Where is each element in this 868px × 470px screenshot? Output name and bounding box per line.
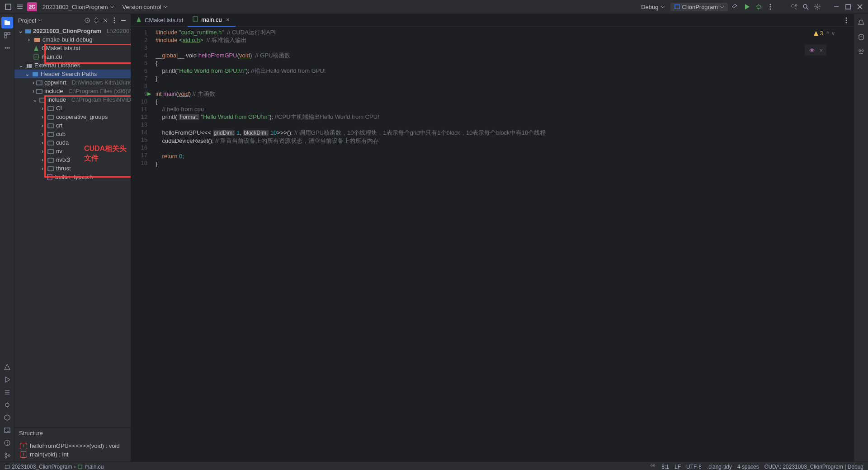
svg-point-15 (6, 47, 8, 49)
tree-root-label: 20231003_ClionProgram (33, 28, 101, 34)
code-with-me-icon[interactable] (789, 2, 798, 11)
panel-more-icon[interactable] (111, 17, 118, 24)
panel-title: Project (18, 17, 36, 24)
project-selector[interactable]: 20231003_ClionProgram (40, 4, 117, 10)
tree-cmakelists[interactable]: CMakeLists.txt (14, 44, 131, 52)
toolwin-problems-icon[interactable] (1, 437, 13, 449)
panel-title-dropdown[interactable]: Project (18, 17, 42, 24)
statusbar: 20231003_ClionProgram›main.cu 8:1 LF UTF… (0, 461, 868, 470)
toolwin-project-icon[interactable] (1, 17, 13, 28)
svg-rect-29 (34, 38, 40, 42)
debug-icon[interactable] (754, 2, 763, 11)
inlay-widget[interactable]: × (805, 45, 826, 56)
structure-item[interactable]: fmain(void) : int (14, 450, 131, 459)
right-toolbar (854, 14, 868, 461)
build-icon[interactable] (731, 2, 740, 11)
tree-include2[interactable]: ⌄include C:\Program Files\NVIDIA GPU (14, 95, 131, 104)
structure-header[interactable]: Structure (14, 427, 131, 439)
locate-icon[interactable] (84, 17, 91, 24)
toolwin-more-icon[interactable] (1, 42, 13, 54)
toolwin-debug-icon[interactable] (1, 399, 13, 411)
tree-sub-cooperative_groups[interactable]: ›cooperative_groups (14, 113, 131, 121)
ai-assistant-icon[interactable] (855, 46, 867, 57)
tree-cppwinrt[interactable]: ›cppwinrt D:\Windows Kits\10\Include\ (14, 78, 131, 87)
collapse-icon[interactable] (102, 17, 109, 24)
project-panel: Project ⌄20231003_ClionProgram L:\202007… (14, 14, 131, 461)
encoding[interactable]: UTF-8 (686, 464, 702, 470)
tree-label: main.cu (42, 53, 62, 60)
close-window-icon[interactable] (855, 2, 864, 11)
indent[interactable]: 4 spaces (737, 464, 759, 470)
svg-point-60 (653, 465, 655, 466)
tree-hsp[interactable]: ⌄Header Search Paths (14, 70, 131, 78)
ide-logo-icon[interactable] (4, 2, 13, 11)
tree-sub-crt[interactable]: ›crt (14, 121, 131, 130)
tab-maincu[interactable]: main.cu× (188, 14, 236, 27)
copilot-icon[interactable] (650, 463, 656, 470)
clang-tidy[interactable]: .clang-tidy (707, 464, 732, 470)
vcs-selector[interactable]: Version control (120, 4, 170, 10)
toolwin-structure-icon[interactable] (1, 29, 13, 41)
tree-sub-nvtx3[interactable]: ›nvtx3 (14, 155, 131, 164)
close-tab-icon[interactable]: × (225, 17, 231, 23)
toolwin-vcs-icon[interactable] (1, 450, 13, 461)
tree-sub-cub[interactable]: ›cub (14, 130, 131, 138)
tree-sub-CL[interactable]: ›CL (14, 104, 131, 113)
inspections-widget[interactable]: 3^v (813, 30, 835, 37)
tree-root[interactable]: ⌄20231003_ClionProgram L:\20200706_C++\ (14, 27, 131, 35)
tree-root-path: L:\20200706_C++\ (107, 28, 131, 34)
svg-rect-0 (5, 4, 11, 9)
run-config-label: ClionProgram (682, 4, 718, 10)
tree-path: D:\Windows Kits\10\Include\ (71, 79, 131, 86)
toolwin-run-icon[interactable] (1, 374, 13, 385)
tree-label: cppwinrt (44, 79, 66, 86)
hide-panel-icon[interactable] (120, 17, 127, 24)
tree-builtin[interactable]: hbuiltin_types.h (14, 173, 131, 181)
tree-extlib[interactable]: ⌄External Libraries (14, 61, 131, 70)
tree-label: builtin_types.h (55, 174, 93, 180)
close-icon[interactable]: × (819, 47, 823, 54)
run-config-selector[interactable]: ClionProgram (670, 3, 728, 11)
svg-point-7 (795, 5, 797, 6)
svg-point-3 (770, 4, 771, 5)
line-ending[interactable]: LF (675, 464, 681, 470)
gutter: 123 456 78 ▶9 101112 131415 161718 (131, 27, 153, 461)
svg-point-56 (862, 50, 863, 52)
svg-rect-13 (5, 36, 7, 38)
tree-sub-cuda[interactable]: ›cuda (14, 138, 131, 147)
code-editor[interactable]: 3^v × 123 456 78 ▶9 101112 131415 161718… (131, 27, 854, 461)
structure-item[interactable]: fhelloFromGPU<<<>>>(void) : void (14, 442, 131, 450)
hamburger-menu-icon[interactable] (15, 2, 24, 11)
expand-all-icon[interactable] (93, 17, 100, 24)
tree-cmake-build[interactable]: ›cmake-build-debug (14, 35, 131, 44)
minimize-icon[interactable] (832, 2, 841, 11)
svg-rect-28 (25, 29, 31, 33)
caret-pos[interactable]: 8:1 (661, 464, 669, 470)
tree-include1[interactable]: ›include C:\Program Files (x86)\Micros (14, 87, 131, 95)
maximize-icon[interactable] (844, 2, 853, 11)
tree-sub-thrust[interactable]: ›thrust (14, 164, 131, 173)
database-icon[interactable] (855, 31, 867, 43)
more-actions-icon[interactable] (766, 2, 775, 11)
context[interactable]: CUDA: 20231003_ClionProgram | Debug (764, 464, 863, 470)
svg-rect-40 (48, 115, 53, 119)
toolwin-cmake-icon[interactable] (1, 361, 13, 373)
search-icon[interactable] (801, 2, 810, 11)
settings-icon[interactable] (813, 2, 822, 11)
svg-point-27 (114, 22, 115, 24)
build-config-selector[interactable]: Debug (638, 4, 667, 10)
tree-maincu[interactable]: cumain.cu (14, 52, 131, 61)
tab-more-icon[interactable] (842, 16, 851, 25)
notifications-icon[interactable] (855, 17, 867, 28)
svg-point-17 (5, 403, 9, 407)
tab-cmakelists[interactable]: CMakeLists.txt (131, 14, 188, 27)
run-icon[interactable] (742, 2, 751, 11)
code-content[interactable]: #include "cuda_runtime.h" // CUDA运行时API#… (153, 27, 854, 461)
breadcrumb[interactable]: 20231003_ClionProgram›main.cu (5, 464, 104, 470)
toolwin-terminal-icon[interactable] (1, 424, 13, 436)
run-gutter-icon[interactable]: ▶ (147, 90, 151, 98)
toolwin-todo-icon[interactable] (1, 386, 13, 398)
tree-sub-nv[interactable]: ›nv (14, 147, 131, 155)
toolwin-services-icon[interactable] (1, 412, 13, 423)
tab-label: main.cu (201, 16, 222, 23)
